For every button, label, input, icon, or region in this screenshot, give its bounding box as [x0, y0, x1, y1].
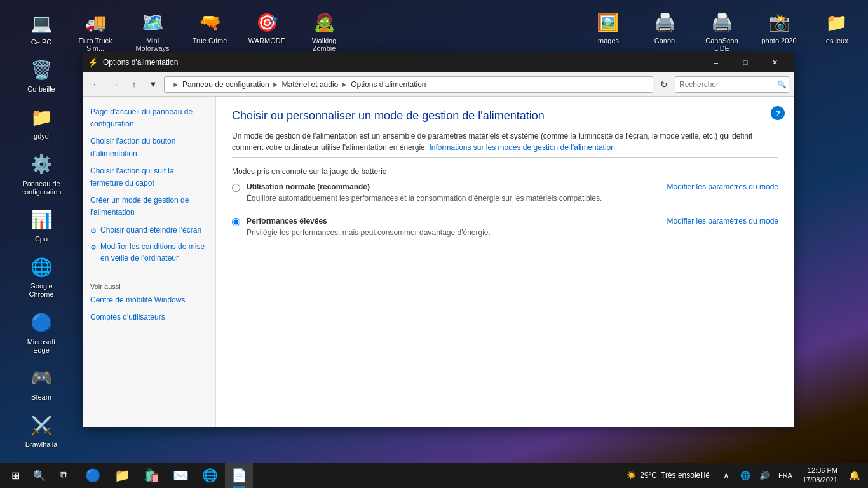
canoscan-label: CanoScan LiDE	[700, 37, 744, 52]
back-button[interactable]: ←	[88, 76, 104, 93]
weather-icon: ☀️	[627, 471, 636, 480]
true-crime-label: True Crime	[193, 37, 227, 44]
desktop-icon-panneau[interactable]: ⚙️ Panneau de configuration	[16, 148, 67, 200]
desktop-icon-warmode[interactable]: 🎯 WARMODE	[241, 6, 292, 55]
plan-normal-modify-link[interactable]: Modifier les paramètres du mode	[667, 182, 778, 191]
desktop-icon-photo2020[interactable]: 📸 photo 2020	[754, 6, 804, 55]
breadcrumb-materiel: Matériel et audio	[282, 80, 339, 89]
desktop-icon-true-crime[interactable]: 🔫 True Crime	[184, 6, 235, 55]
search-icon: 🔍	[777, 80, 787, 89]
desktop-icon-les-jeux[interactable]: 📁 les jeux	[811, 6, 862, 55]
les-jeux-icon: 📁	[824, 10, 849, 35]
panneau-icon: ⚙️	[29, 152, 54, 177]
les-jeux-label: les jeux	[824, 37, 848, 44]
page-title: Choisir ou personnaliser un mode de gest…	[232, 109, 778, 123]
walking-zombie-label: Walking Zombie	[302, 37, 346, 52]
taskbar-edge[interactable]: 🔵	[79, 463, 107, 488]
taskbar-chrome[interactable]: 🌐	[196, 463, 224, 488]
plan-high-name[interactable]: Performances élevées	[247, 217, 327, 226]
notification-button[interactable]: 🔔	[845, 464, 863, 487]
sidebar-link-accueil[interactable]: Page d'accueil du panneau de configurati…	[90, 106, 208, 130]
cpu-label: Cpu	[35, 235, 48, 243]
taskbar-explorer[interactable]: 📁	[108, 463, 136, 488]
desktop-icon-canoscan[interactable]: 🖨️ CanoScan LiDE	[696, 6, 747, 55]
chrome-label: Google Chrome	[21, 282, 62, 299]
desktop-icon-steam[interactable]: 🎮 Steam	[16, 362, 67, 405]
minimize-button[interactable]: –	[702, 52, 731, 72]
desktop-icon-canon[interactable]: 🖨️ Canon	[639, 6, 690, 55]
corbeille-label: Corbeille	[27, 85, 55, 93]
steam-icon: 🎮	[29, 365, 54, 391]
search-input[interactable]	[679, 80, 775, 89]
weather-condition: Très ensoleillé	[661, 471, 710, 480]
refresh-button[interactable]: ↻	[656, 76, 672, 93]
desktop-icon-ce-pc[interactable]: 💻 Ce PC	[16, 6, 67, 50]
power-plan-high: Performances élevées Privilégie les perf…	[232, 217, 778, 238]
description-link[interactable]: Informations sur les modes de gestion de…	[429, 143, 614, 152]
desktop-icon-walking-zombie[interactable]: 🧟 Walking Zombie	[299, 6, 349, 55]
images-label: Images	[596, 37, 619, 44]
warmode-label: WARMODE	[248, 37, 285, 44]
section-divider	[232, 157, 778, 158]
taskbar-right: ☀️ 29°C Très ensoleillé ∧ 🌐 🔊 FRA 12:36 …	[621, 464, 865, 487]
tray-expand[interactable]: ∧	[717, 464, 735, 487]
warmode-icon: 🎯	[254, 10, 280, 35]
taskbar-search-button[interactable]: 🔍	[28, 464, 51, 487]
close-button[interactable]: ✕	[760, 52, 789, 72]
recent-locations-button[interactable]: ▼	[145, 76, 161, 93]
plan-normal-info: Utilisation normale (recommandé) Équilib…	[247, 182, 661, 204]
tray-network[interactable]: 🌐	[736, 464, 754, 487]
clock-time: 12:36 PM	[803, 466, 837, 475]
taskbar-store[interactable]: 🛍️	[137, 463, 165, 488]
sidebar-link-capot[interactable]: Choisir l'action qui suit la fermeture d…	[90, 165, 208, 189]
window-title: Options d'alimentation	[103, 58, 702, 67]
desktop-icon-brawlhalla[interactable]: ⚔️ Brawlhalla	[16, 409, 67, 452]
cpu-icon: 📊	[29, 207, 54, 233]
desktop-icon-corbeille[interactable]: 🗑️ Corbeille	[16, 53, 67, 97]
sidebar-link-bouton[interactable]: Choisir l'action du bouton d'alimentatio…	[90, 135, 208, 159]
sidebar-link-comptes[interactable]: Comptes d'utilisateurs	[90, 311, 208, 323]
up-button[interactable]: ↑	[126, 76, 142, 93]
desktop-icon-edge[interactable]: 🔵 Microsoft Edge	[16, 306, 67, 358]
voir-aussi-section: Voir aussi Centre de mobilité Windows Co…	[90, 283, 208, 323]
plan-high-radio[interactable]	[232, 218, 240, 226]
desktop-icon-images[interactable]: 🖼️ Images	[582, 6, 633, 55]
help-button[interactable]: ?	[771, 106, 785, 120]
sidebar-link-ecran[interactable]: ⚙ Choisir quand éteindre l'écran	[90, 224, 208, 236]
sidebar-link-creer[interactable]: Créer un mode de gestion de l'alimentati…	[90, 194, 208, 219]
plan-normal-radio[interactable]	[232, 184, 240, 192]
chrome-icon: 🌐	[29, 254, 54, 280]
desktop-icon-chrome[interactable]: 🌐 Google Chrome	[16, 250, 67, 302]
clock[interactable]: 12:36 PM 17/08/2021	[797, 466, 843, 485]
walking-zombie-icon: 🧟	[311, 10, 337, 35]
edge-label: Microsoft Edge	[21, 338, 62, 355]
desktop-icon-mini-motorways[interactable]: 🗺️ Mini Motorways	[127, 6, 178, 55]
computer-icon: 💻	[29, 10, 54, 36]
titlebar: ⚡ Options d'alimentation – □ ✕	[83, 52, 794, 72]
sidebar-link-mobilite[interactable]: Centre de mobilité Windows	[90, 294, 208, 306]
power-plan-normal: Utilisation normale (recommandé) Équilib…	[232, 182, 778, 204]
language-button[interactable]: FRA	[776, 471, 795, 479]
maximize-button[interactable]: □	[731, 52, 760, 72]
sleep-gear-icon: ⚙	[90, 242, 97, 253]
address-path[interactable]: ​ ► Panneau de configuration ► Matériel …	[164, 76, 653, 93]
screen-gear-icon: ⚙	[90, 226, 97, 236]
desktop-icon-gdyd[interactable]: 📁 gdyd	[16, 100, 67, 144]
weather-widget[interactable]: ☀️ 29°C Très ensoleillé	[621, 471, 715, 480]
start-button[interactable]: ⊞	[3, 463, 28, 488]
plan-normal-name[interactable]: Utilisation normale (recommandé)	[247, 182, 370, 191]
taskbar-control-panel[interactable]: 📄	[225, 463, 253, 488]
plan-high-modify-link[interactable]: Modifier les paramètres du mode	[667, 217, 778, 226]
mini-motorways-label: Mini Motorways	[130, 37, 175, 52]
brawlhalla-icon: ⚔️	[29, 412, 54, 438]
trash-icon: 🗑️	[29, 57, 54, 83]
task-view-button[interactable]: ⧉	[51, 463, 76, 488]
desktop-icons-left: 💻 Ce PC 🗑️ Corbeille 📁 gdyd ⚙️ Panneau d…	[0, 0, 83, 488]
desktop-icon-cpu[interactable]: 📊 Cpu	[16, 203, 67, 247]
breadcrumb-sep-3: ►	[341, 80, 348, 89]
forward-button[interactable]: →	[107, 76, 123, 93]
sidebar-link-veille[interactable]: ⚙ Modifier les conditions de mise en vei…	[90, 241, 208, 264]
tray-sound[interactable]: 🔊	[756, 464, 773, 487]
taskbar-mail[interactable]: ✉️	[166, 463, 194, 488]
plan-high-desc: Privilégie les performances, mais peut c…	[247, 227, 661, 238]
